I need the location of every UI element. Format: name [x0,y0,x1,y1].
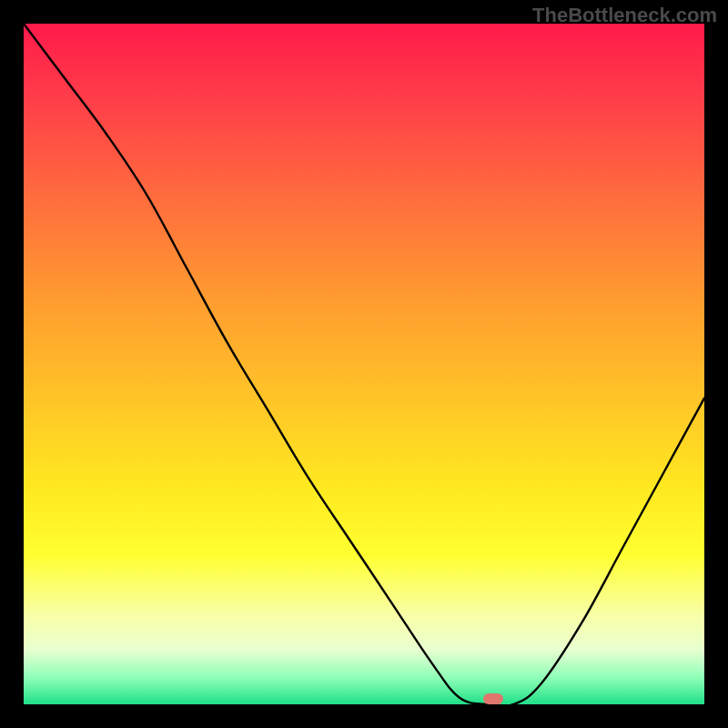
bottleneck-curve [24,24,704,704]
plot-area [24,24,704,704]
watermark-text: TheBottleneck.com [532,4,717,27]
target-marker [483,693,503,704]
